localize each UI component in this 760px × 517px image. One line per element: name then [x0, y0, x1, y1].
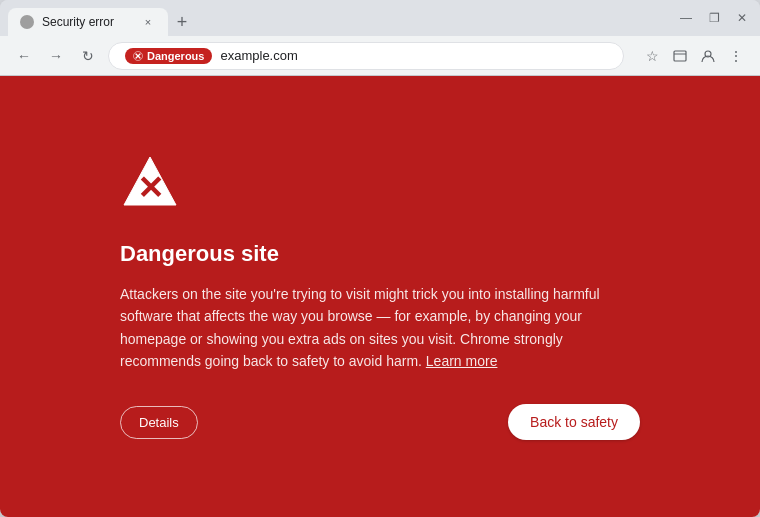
- error-title: Dangerous site: [120, 241, 640, 267]
- tab-close-button[interactable]: ×: [140, 14, 156, 30]
- reload-button[interactable]: ↻: [76, 44, 100, 68]
- error-page: ✕ Dangerous site Attackers on the site y…: [0, 76, 760, 517]
- error-actions: Details Back to safety: [120, 404, 640, 440]
- error-description-text: Attackers on the site you're trying to v…: [120, 286, 600, 369]
- details-button[interactable]: Details: [120, 406, 198, 439]
- address-input[interactable]: Dangerous example.com: [108, 42, 624, 70]
- title-bar: Security error × + — ❐ ✕: [0, 0, 760, 36]
- tab-title: Security error: [42, 15, 132, 29]
- forward-button[interactable]: →: [44, 44, 68, 68]
- menu-icon[interactable]: ⋮: [724, 44, 748, 68]
- back-button[interactable]: ←: [12, 44, 36, 68]
- danger-icon: ✕: [120, 153, 180, 213]
- svg-text:✕: ✕: [137, 170, 164, 206]
- restore-button[interactable]: ❐: [704, 8, 724, 28]
- learn-more-link[interactable]: Learn more: [426, 353, 498, 369]
- close-window-button[interactable]: ✕: [732, 8, 752, 28]
- tab-strip: Security error × +: [8, 0, 672, 36]
- tab-favicon: [20, 15, 34, 29]
- shield-x-icon: [133, 51, 143, 61]
- profile-icon[interactable]: [696, 44, 720, 68]
- error-content: ✕ Dangerous site Attackers on the site y…: [120, 153, 640, 441]
- active-tab[interactable]: Security error ×: [8, 8, 168, 36]
- minimize-button[interactable]: —: [676, 8, 696, 28]
- error-description: Attackers on the site you're trying to v…: [120, 283, 640, 373]
- new-tab-button[interactable]: +: [168, 8, 196, 36]
- address-actions: ☆ ⋮: [640, 44, 748, 68]
- window-controls: — ❐ ✕: [676, 8, 752, 28]
- bookmark-icon[interactable]: ☆: [640, 44, 664, 68]
- tab-search-icon[interactable]: [668, 44, 692, 68]
- address-bar: ← → ↻ Dangerous example.com ☆ ⋮: [0, 36, 760, 76]
- back-to-safety-button[interactable]: Back to safety: [508, 404, 640, 440]
- url-text: example.com: [220, 48, 297, 63]
- svg-rect-3: [674, 51, 686, 61]
- dangerous-label: Dangerous: [147, 50, 204, 62]
- dangerous-badge: Dangerous: [125, 48, 212, 64]
